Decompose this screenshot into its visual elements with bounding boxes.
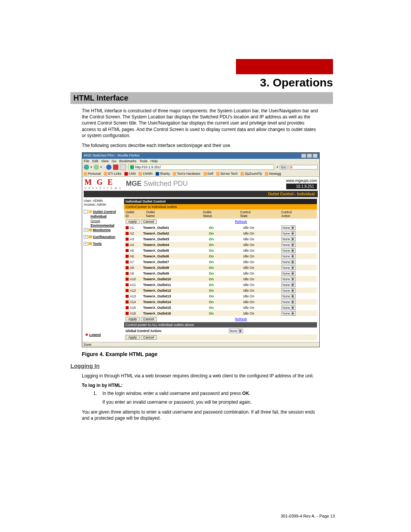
status-dot-icon [126,312,129,315]
control-action-select[interactable]: None▾ [281,237,296,241]
bm-servertech[interactable]: Server Tech [216,172,237,176]
outlet-name: TowerA_Outlet14 [143,300,209,304]
cancel-button[interactable]: Cancel [141,219,157,224]
control-action-select[interactable]: None▾ [281,254,296,259]
bm-personal[interactable]: Personal [84,172,101,176]
control-action-select[interactable]: None▾ [281,300,296,304]
firefox-menubar[interactable]: File Edit View Go Bookmarks Tools Help [82,159,319,163]
outlet-name: TowerA_Outlet13 [143,294,209,298]
dropdown-icon: ▾ [291,306,295,310]
dropdown-icon: ▾ [291,249,295,252]
window-buttons[interactable]: _□× [301,153,318,158]
control-action-select[interactable]: None▾ [281,311,296,316]
outlet-name: TowerA_Outlet2 [143,232,209,235]
bm-zzf[interactable]: ZipZoomFly [241,172,262,176]
folder-icon [88,228,92,232]
outlet-row: A15TowerA_Outlet15OnIdle OnNone▾ [124,305,317,310]
reload-icon[interactable] [106,165,112,170]
outlet-id: A14 [130,300,143,304]
global-action-select[interactable]: None▾ [229,329,243,333]
apply-cancel-row-mid: Apply Cancel Refresh [124,316,317,322]
refresh-link[interactable]: Refresh [235,317,247,321]
status-dot-icon [126,289,129,292]
maximize-icon[interactable]: □ [307,153,312,158]
stop-icon[interactable] [113,165,118,170]
home-icon[interactable] [120,164,126,170]
global-subheader: Control power to ALL individual outlets … [124,322,317,328]
bookmarks-bar[interactable]: Personal STI Links CNN CNNfn Sharky Tom'… [82,171,319,177]
menu-bookmarks[interactable]: Bookmarks [119,159,136,163]
menu-help[interactable]: Help [150,159,158,163]
apply-button[interactable]: Apply [126,317,140,321]
status-dot-icon [126,243,129,246]
control-action-select[interactable]: None▾ [281,248,296,253]
nav-individual[interactable]: Individual [84,214,122,219]
back-icon[interactable] [84,165,89,170]
cancel-button[interactable]: Cancel [141,335,157,340]
nav-tools[interactable]: +Tools [84,241,122,246]
collapse-icon[interactable]: - [84,210,88,214]
nav-monitoring[interactable]: +Monitoring [84,228,122,232]
intro-paragraph-2: The following sections describe each int… [82,142,320,149]
menu-go[interactable]: Go [112,159,116,163]
outlet-name: TowerA_Outlet9 [143,272,209,275]
control-action-select[interactable]: None▾ [281,231,296,236]
menu-view[interactable]: View [101,159,108,163]
apply-button[interactable]: Apply [126,335,140,340]
bm-cnnfn[interactable]: CNNfn [139,172,153,176]
menu-file[interactable]: File [84,159,89,163]
control-state: Idle On [243,283,281,287]
logout-link[interactable]: ✖ Logout [84,330,122,340]
control-action-select[interactable]: None▾ [281,225,296,230]
bm-dell[interactable]: Dell [204,172,213,176]
search-box[interactable]: G [289,165,318,169]
control-action-select[interactable]: None▾ [281,283,296,287]
nav-outlet-control[interactable]: -Outlet Control [84,209,122,214]
bookmark-icon [265,172,268,176]
dropdown-icon: ▾ [291,272,295,275]
outlet-status: On [209,306,243,310]
firefox-statusbar: Done [82,342,319,347]
expand-icon[interactable]: + [84,228,88,232]
control-action-select[interactable]: None▾ [281,277,296,281]
go-button[interactable]: Go [280,165,287,169]
outlet-row: A9TowerA_Outlet9OnIdle OnNone▾ [124,270,317,276]
bm-sharky[interactable]: Sharky [156,172,170,176]
close-icon[interactable]: × [312,153,318,158]
control-action-select[interactable]: None▾ [281,294,296,299]
control-action-select[interactable]: None▾ [281,305,296,310]
nav-configuration[interactable]: +Configuration [84,235,122,239]
control-action-select[interactable]: None▾ [281,243,296,247]
cancel-button[interactable]: Cancel [141,317,157,321]
nav-environmental[interactable]: Environmental [84,223,122,228]
forward-icon[interactable] [94,165,99,170]
bm-stilinks[interactable]: STI Links [104,172,121,176]
outlet-id: A3 [130,237,143,241]
menu-edit[interactable]: Edit [92,159,99,163]
nav-group[interactable]: Group [84,219,122,223]
panel-title: Outlet Control - Individual [84,191,318,197]
control-action-select[interactable]: None▾ [281,271,296,276]
refresh-link[interactable]: Refresh [235,220,247,224]
bm-newegg[interactable]: Newegg [265,172,281,176]
control-action-select[interactable]: None▾ [281,260,296,264]
logout-icon: ✖ [85,333,88,337]
page-footer: 301-0399-4 Rev A. - Page 13 [281,514,335,518]
expand-icon[interactable]: + [84,235,88,239]
menu-tools[interactable]: Tools [139,159,147,163]
control-action-select[interactable]: None▾ [281,265,296,270]
intro-paragraph-1: The HTML interface is constructed of thr… [82,108,320,139]
outlet-id: A1 [130,226,143,230]
url-bar[interactable]: http://10.1.9.251/ [129,165,274,170]
firefox-toolbar: ▾ ▾ - http://10.1.9.251/ ▾ Go G [82,163,319,171]
outlet-name: TowerA_Outlet5 [143,249,209,252]
outlet-name: TowerA_Outlet1 [143,226,209,230]
bm-toms[interactable]: Tom's Hardware [173,172,200,176]
apply-button[interactable]: Apply [126,219,140,224]
control-action-select[interactable]: None▾ [281,288,296,293]
outlet-name: TowerA_Outlet12 [143,289,209,292]
dropdown-icon: ▾ [238,329,242,333]
minimize-icon[interactable]: _ [301,153,306,158]
bm-cnn[interactable]: CNN [124,172,135,176]
expand-icon[interactable]: + [84,242,88,246]
